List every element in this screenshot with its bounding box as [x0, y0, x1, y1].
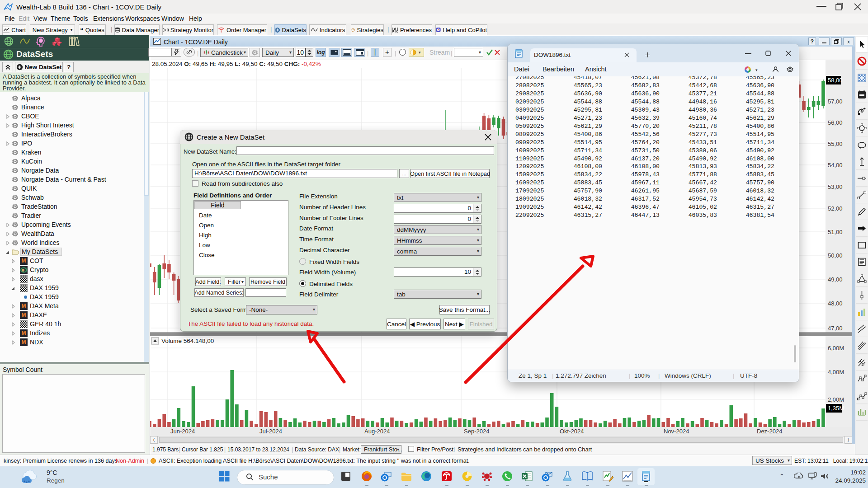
svg-text:Aug-2024: Aug-2024 — [364, 428, 390, 435]
svg-text:49,00: 49,00 — [828, 276, 843, 283]
svg-text:50,00: 50,00 — [828, 252, 843, 259]
svg-text:48,00: 48,00 — [828, 300, 843, 307]
svg-text:Jun-2024: Jun-2024 — [170, 428, 195, 435]
svg-text:54,00: 54,00 — [828, 162, 843, 169]
svg-text:Dez-2024: Dez-2024 — [757, 428, 782, 435]
svg-text:57,00: 57,00 — [828, 98, 843, 105]
svg-text:Volume 564.148,00: Volume 564.148,00 — [161, 338, 214, 344]
svg-text:47,00: 47,00 — [828, 325, 843, 332]
svg-text:Jul-2024: Jul-2024 — [259, 428, 282, 435]
svg-text:6,00M: 6,00M — [828, 345, 844, 352]
svg-text:53,00: 53,00 — [828, 183, 843, 190]
svg-text:55,00: 55,00 — [828, 141, 843, 147]
svg-text:52,00: 52,00 — [828, 205, 843, 212]
svg-text:2,00M: 2,00M — [828, 396, 844, 403]
svg-text:Sep-2024: Sep-2024 — [464, 428, 489, 435]
svg-text:1,35M: 1,35M — [828, 405, 844, 412]
svg-text:51,00: 51,00 — [828, 229, 843, 235]
svg-text:Okt-2024: Okt-2024 — [560, 428, 584, 435]
svg-text:58,00: 58,00 — [828, 77, 843, 84]
svg-text:56,00: 56,00 — [828, 119, 843, 126]
svg-text:4,00M: 4,00M — [828, 369, 844, 375]
svg-text:Nov-2024: Nov-2024 — [664, 428, 689, 435]
